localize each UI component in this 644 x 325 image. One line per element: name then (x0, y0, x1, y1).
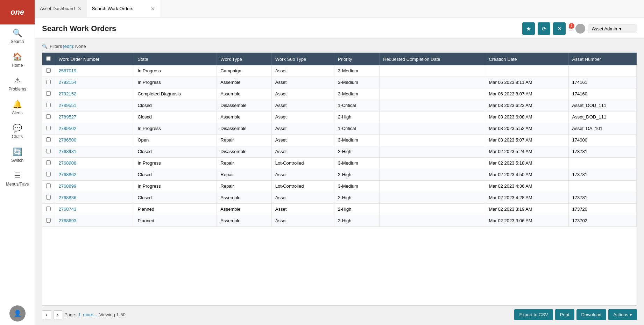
close-button[interactable]: ✕ (553, 22, 566, 35)
cell-requested-completion-date (380, 77, 485, 88)
work-order-link[interactable]: 2768693 (59, 218, 77, 223)
bell-icon: 🔔 (13, 100, 22, 109)
cell-state: In Progress (134, 65, 217, 77)
cell-asset-number: 173781 (568, 192, 636, 204)
actions-label: Actions (613, 312, 628, 317)
cell-priority: 1-Critical (334, 100, 380, 111)
more-pages-link[interactable]: more... (83, 312, 97, 317)
tab-search-work-orders[interactable]: ✕ (87, 0, 160, 17)
cell-priority: 2-High (334, 204, 380, 215)
row-checkbox[interactable] (46, 218, 51, 223)
work-order-link[interactable]: 2768743 (59, 207, 77, 212)
page-number[interactable]: 1 (78, 312, 81, 317)
cell-requested-completion-date (380, 111, 485, 123)
sidebar-item-search[interactable]: 🔍 Search (0, 24, 35, 48)
cell-work-type: Disassemble (217, 146, 271, 158)
avatar[interactable]: 👤 (9, 305, 26, 322)
cell-asset-number: 173781 (568, 146, 636, 158)
work-order-link[interactable]: 2792154 (59, 80, 77, 85)
cell-state: Closed (134, 146, 217, 158)
cell-work-sub-type: Asset (271, 100, 334, 111)
cell-asset-number (568, 181, 636, 192)
row-checkbox[interactable] (46, 80, 51, 84)
cell-priority: 2-High (334, 146, 380, 158)
row-checkbox[interactable] (46, 172, 51, 176)
cell-work-sub-type: Asset (271, 192, 334, 204)
sidebar-item-chats[interactable]: 💬 Chats (0, 120, 35, 143)
cell-creation-date: Mar 06 2023 8:07 AM (485, 88, 568, 100)
row-checkbox[interactable] (46, 114, 51, 119)
filters-edit-link[interactable]: (edit): (63, 44, 74, 49)
work-order-link[interactable]: 2786500 (59, 137, 77, 143)
col-header-state: State (134, 53, 217, 65)
favorite-button[interactable]: ★ (522, 22, 535, 35)
tab-search-input[interactable] (92, 6, 148, 11)
user-avatar (575, 24, 585, 34)
page-title: Search Work Orders (42, 24, 116, 33)
prev-page-button[interactable]: ‹ (42, 310, 51, 319)
row-checkbox[interactable] (46, 91, 51, 96)
cell-priority: 2-High (334, 169, 380, 181)
tab-asset-dashboard[interactable]: Asset Dashboard ✕ (35, 0, 87, 17)
notification-bell[interactable]: ≡ 1 (568, 25, 573, 33)
sidebar: one 🔍 Search 🏠 Home ⚠ Problems 🔔 Alerts … (0, 0, 35, 325)
work-order-link[interactable]: 2789527 (59, 114, 77, 120)
cell-priority: 3-Medium (334, 77, 380, 88)
sidebar-item-menus[interactable]: ☰ Menus/Favs (0, 167, 35, 191)
cell-creation-date: Mar 03 2023 6:08 AM (485, 111, 568, 123)
work-order-link[interactable]: 2789551 (59, 103, 77, 108)
actions-dropdown-button[interactable]: Actions ▾ (608, 309, 637, 320)
work-order-link[interactable]: 2768836 (59, 195, 77, 200)
row-checkbox[interactable] (46, 183, 51, 188)
row-checkbox[interactable] (46, 160, 51, 165)
print-button[interactable]: Print (555, 309, 574, 320)
row-checkbox[interactable] (46, 68, 51, 73)
row-checkbox[interactable] (46, 149, 51, 153)
work-order-link[interactable]: 2792152 (59, 91, 77, 96)
user-dropdown[interactable]: Asset Admin ▾ (588, 24, 637, 33)
app-logo[interactable]: one (0, 0, 35, 24)
work-order-link[interactable]: 2768931 (59, 149, 77, 154)
next-page-button[interactable]: › (53, 310, 62, 319)
sidebar-item-home[interactable]: 🏠 Home (0, 48, 35, 72)
tab-close-asset-dashboard[interactable]: ✕ (78, 6, 82, 12)
refresh-icon: ⟳ (542, 26, 546, 32)
table-row: 2768836 Closed Assemble Asset 2-High Mar… (42, 192, 637, 204)
export-csv-button[interactable]: Export to CSV (514, 309, 553, 320)
download-button[interactable]: Download (576, 309, 607, 320)
sidebar-item-switch[interactable]: 🔄 Switch (0, 143, 35, 167)
row-checkbox[interactable] (46, 126, 51, 130)
cell-priority: 3-Medium (334, 65, 380, 77)
cell-work-type: Assemble (217, 88, 271, 100)
cell-requested-completion-date (380, 123, 485, 135)
work-order-link[interactable]: 2768908 (59, 160, 77, 166)
row-checkbox-cell (42, 135, 55, 146)
row-checkbox[interactable] (46, 207, 51, 211)
cell-work-order-number: 2792154 (55, 77, 134, 88)
work-order-link[interactable]: 2768899 (59, 183, 77, 189)
work-order-link[interactable]: 2768862 (59, 172, 77, 177)
table-body: 2567019 In Progress Campaign Asset 3-Med… (42, 65, 637, 227)
cell-asset-number: Asset_DOD_111 (568, 100, 636, 111)
cell-work-type: Repair (217, 158, 271, 169)
sidebar-item-alerts[interactable]: 🔔 Alerts (0, 96, 35, 120)
cell-priority: 1-Critical (334, 123, 380, 135)
work-order-link[interactable]: 2789502 (59, 126, 77, 131)
cell-asset-number: 174160 (568, 88, 636, 100)
work-orders-table: Work Order Number State Work Type Work S… (42, 53, 637, 227)
row-checkbox-cell (42, 169, 55, 181)
row-checkbox-cell (42, 65, 55, 77)
refresh-button[interactable]: ⟳ (538, 22, 550, 35)
work-order-link[interactable]: 2567019 (59, 68, 77, 73)
select-all-checkbox[interactable] (46, 56, 51, 61)
home-icon: 🏠 (13, 52, 22, 62)
cell-work-order-number: 2789527 (55, 111, 134, 123)
row-checkbox[interactable] (46, 195, 51, 200)
row-checkbox[interactable] (46, 137, 51, 142)
cell-requested-completion-date (380, 181, 485, 192)
cell-state: Planned (134, 215, 217, 227)
row-checkbox-cell (42, 158, 55, 169)
sidebar-item-problems[interactable]: ⚠ Problems (0, 72, 35, 96)
row-checkbox[interactable] (46, 103, 51, 107)
tab-close-search[interactable]: ✕ (151, 6, 155, 12)
